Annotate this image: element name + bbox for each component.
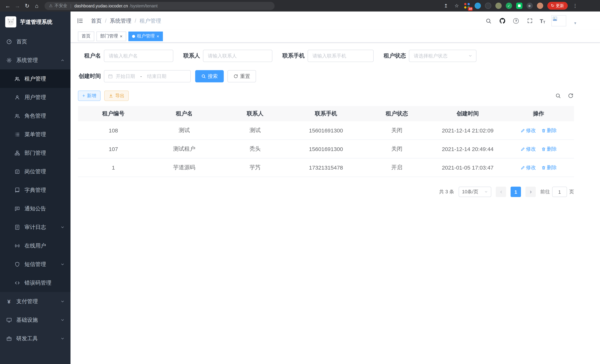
delete-link[interactable]: 删除 bbox=[541, 127, 557, 134]
plus-icon: + bbox=[82, 93, 85, 98]
code-icon bbox=[14, 280, 20, 286]
date-range-picker[interactable]: 开始日期 - 结束日期 bbox=[104, 70, 191, 82]
page-size-select[interactable]: 10条/页 bbox=[459, 187, 491, 197]
page-content: 租户名 联系人 联系手机 租户状态 请选择租户状态 bbox=[71, 43, 600, 364]
sidebar-item-posts[interactable]: 岗位管理 bbox=[0, 162, 71, 181]
logo-image bbox=[5, 16, 16, 28]
sidebar-item-departments[interactable]: 部门管理 bbox=[0, 144, 71, 162]
goto-page-input[interactable] bbox=[552, 187, 567, 197]
search-toggle-icon[interactable] bbox=[555, 92, 562, 99]
extension-icon[interactable] bbox=[475, 3, 481, 9]
page-number-1[interactable]: 1 bbox=[511, 187, 521, 197]
sidebar-item-dict[interactable]: 字典管理 bbox=[0, 181, 71, 199]
chevron-down-icon bbox=[60, 225, 65, 229]
tags-view: 首页 部门管理 × 租户管理 × bbox=[71, 30, 600, 43]
edit-link[interactable]: 修改 bbox=[520, 127, 536, 134]
mobile-input[interactable] bbox=[308, 50, 374, 62]
trash-icon bbox=[541, 165, 546, 170]
edit-link[interactable]: 修改 bbox=[520, 164, 536, 171]
roles-icon bbox=[14, 113, 20, 119]
table-row: 108 测试 测试 15601691300 关闭 2021-12-14 21:0… bbox=[78, 121, 574, 140]
add-button[interactable]: + 新增 bbox=[78, 91, 101, 101]
shield-icon bbox=[14, 261, 20, 267]
extension-icon[interactable] bbox=[495, 3, 502, 9]
prev-page-button[interactable] bbox=[496, 187, 506, 197]
status-select[interactable]: 请选择租户状态 bbox=[409, 50, 477, 62]
sidebar-item-users[interactable]: 用户管理 bbox=[0, 88, 71, 106]
share-icon[interactable]: ↥ bbox=[443, 2, 449, 9]
extension-icon[interactable]: ✓ bbox=[506, 3, 512, 9]
tab-department[interactable]: 部门管理 × bbox=[96, 31, 126, 41]
url-path: /system/tenant bbox=[130, 3, 158, 8]
github-icon[interactable] bbox=[499, 17, 506, 25]
yen-icon: ¥ bbox=[6, 298, 12, 304]
sidebar-item-notice[interactable]: 通知公告 bbox=[0, 199, 71, 218]
active-dot bbox=[132, 35, 135, 38]
breadcrumb-system[interactable]: 系统管理 bbox=[110, 17, 131, 24]
chevron-down-icon[interactable]: ▾ bbox=[574, 21, 576, 26]
reset-button[interactable]: 重置 bbox=[227, 70, 256, 82]
profile-avatar[interactable] bbox=[537, 3, 543, 9]
search-button[interactable]: 搜索 bbox=[195, 70, 224, 82]
home-icon[interactable]: ⌂ bbox=[32, 1, 42, 10]
sidebar-item-online-users[interactable]: 在线用户 bbox=[0, 236, 71, 255]
app-logo[interactable]: 芋道管理系统 bbox=[0, 11, 71, 32]
sidebar-item-home[interactable]: 首页 bbox=[0, 32, 71, 51]
user-icon bbox=[14, 94, 20, 100]
omnibox-divider: | bbox=[70, 3, 71, 8]
date-start-placeholder: 开始日期 bbox=[116, 73, 135, 80]
fullscreen-icon[interactable] bbox=[526, 17, 534, 25]
breadcrumb-home[interactable]: 首页 bbox=[91, 17, 102, 24]
export-button[interactable]: 导出 bbox=[104, 91, 129, 101]
extensions-puzzle-icon[interactable] bbox=[526, 3, 533, 9]
font-size-icon[interactable]: TT bbox=[540, 18, 545, 24]
search-icon[interactable] bbox=[485, 17, 492, 25]
extension-icon[interactable] bbox=[485, 3, 491, 9]
refresh-icon[interactable] bbox=[567, 92, 574, 99]
delete-link[interactable]: 删除 bbox=[541, 164, 557, 171]
goto-label: 前往 bbox=[540, 188, 550, 195]
next-page-button[interactable] bbox=[525, 187, 536, 197]
close-icon[interactable]: × bbox=[120, 34, 122, 38]
browser-menu-kebab-icon[interactable]: ⋮ bbox=[572, 2, 579, 9]
reload-icon[interactable]: ↻ bbox=[22, 1, 32, 10]
edit-pen-icon bbox=[520, 165, 525, 170]
contact-input[interactable] bbox=[203, 50, 272, 62]
address-bar[interactable]: ⚠ 不安全 | dashboard.yudao.iocoder.cn/syste… bbox=[45, 2, 275, 10]
sidebar-item-dev-tools[interactable]: 研发工具 bbox=[0, 329, 71, 348]
bookmark-star-icon[interactable]: ☆ bbox=[453, 2, 460, 9]
sidebar-item-audit-log[interactable]: 审计日志 bbox=[0, 218, 71, 236]
download-icon bbox=[109, 93, 113, 98]
close-icon[interactable]: × bbox=[157, 34, 159, 38]
hamburger-icon[interactable] bbox=[76, 17, 84, 25]
tab-tenant[interactable]: 租户管理 × bbox=[128, 31, 163, 41]
extension-icon[interactable] bbox=[516, 3, 523, 9]
help-icon[interactable]: ? bbox=[512, 17, 520, 25]
sidebar-item-roles[interactable]: 角色管理 bbox=[0, 106, 71, 125]
tenants-icon bbox=[14, 76, 20, 82]
tenant-name-input[interactable] bbox=[104, 50, 173, 62]
sidebar-item-menus[interactable]: 菜单管理 bbox=[0, 125, 71, 144]
dashboard-icon bbox=[6, 38, 12, 45]
table-row: 1 芋道源码 芋艿 17321315478 开启 2021-01-05 17:0… bbox=[78, 159, 574, 177]
sidebar-item-tenant[interactable]: 租户管理 bbox=[0, 69, 71, 88]
sidebar-item-sms[interactable]: 短信管理 bbox=[0, 255, 71, 273]
edit-pen-icon bbox=[520, 128, 525, 133]
update-button[interactable]: ↻ 更新 bbox=[547, 2, 568, 10]
extension-adblock-icon[interactable]: 10 bbox=[464, 3, 470, 9]
create-time-label: 创建时间 bbox=[78, 73, 101, 80]
chevron-up-icon bbox=[60, 58, 65, 62]
delete-link[interactable]: 删除 bbox=[541, 146, 557, 152]
sidebar-item-error-codes[interactable]: 错误码管理 bbox=[0, 273, 71, 292]
sidebar-item-infrastructure[interactable]: 基础设施 bbox=[0, 311, 71, 329]
back-icon[interactable]: ← bbox=[3, 1, 13, 10]
sidebar-item-system[interactable]: 系统管理 bbox=[0, 51, 71, 69]
id-card-icon bbox=[14, 168, 20, 174]
sidebar-item-payment[interactable]: ¥ 支付管理 bbox=[0, 292, 71, 311]
browser-actions: ↥ ☆ 10 ✓ ↻ 更新 ⋮ bbox=[443, 2, 579, 10]
forward-icon[interactable]: → bbox=[13, 1, 22, 10]
avatar[interactable] bbox=[552, 15, 566, 26]
tab-home[interactable]: 首页 bbox=[78, 31, 94, 41]
edit-link[interactable]: 修改 bbox=[520, 146, 536, 152]
top-navbar: 首页 / 系统管理 / 租户管理 ? bbox=[71, 11, 600, 30]
